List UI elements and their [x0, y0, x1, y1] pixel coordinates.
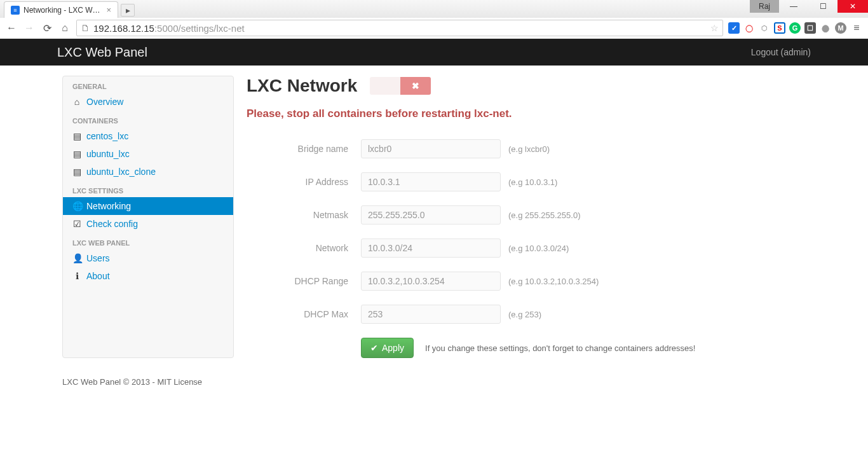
sidebar-item-check-config[interactable]: ☑ Check config — [63, 215, 233, 233]
maximize-icon[interactable]: ☐ — [808, 0, 837, 13]
page-header: LXC Network ✖ — [247, 76, 806, 96]
star-icon[interactable]: ☆ — [710, 23, 719, 33]
home-icon[interactable]: ⌂ — [58, 22, 71, 34]
ext-icon[interactable]: M — [835, 22, 846, 34]
logout-link[interactable]: Logout (admin) — [751, 47, 811, 57]
alert-blank — [370, 77, 400, 95]
nav-header-settings: LXC Settings — [63, 181, 233, 197]
sidebar-item-label: Overview — [86, 97, 123, 107]
ip-label: IP Address — [247, 177, 361, 187]
tab-close-icon[interactable]: × — [106, 6, 111, 14]
tab-strip: ≡ Networking - LXC Web Pa × ▸ Raj — ☐ ✕ — [0, 0, 868, 18]
ext-icon[interactable]: S — [774, 22, 785, 34]
reload-icon[interactable]: ⟳ — [41, 22, 53, 34]
sidebar-item-label: ubuntu_lxc_clone — [86, 167, 156, 177]
dhcp-range-hint: (e.g 10.0.3.2,10.0.3.254) — [508, 277, 599, 286]
netmask-label: Netmask — [247, 210, 361, 220]
ext-icon[interactable]: ✓ — [728, 22, 740, 34]
network-input[interactable] — [361, 238, 501, 258]
check-icon: ☑ — [72, 219, 81, 229]
sidebar-item-label: Users — [86, 253, 110, 263]
nav-header-containers: Containers — [63, 111, 233, 127]
hdd-icon: ▤ — [72, 149, 81, 159]
user-badge[interactable]: Raj — [750, 0, 779, 13]
url-port: :5000 — [154, 23, 179, 34]
ext-icon[interactable]: ◯ — [743, 22, 755, 34]
sidebar-item-centos[interactable]: ▤ centos_lxc — [63, 127, 233, 145]
network-hint: (e.g 10.0.3.0/24) — [508, 244, 569, 253]
new-tab-button[interactable]: ▸ — [121, 4, 135, 17]
minimize-icon[interactable]: — — [779, 0, 808, 13]
ip-input[interactable] — [361, 172, 501, 191]
page-icon: 🗋 — [81, 23, 90, 33]
nav-header-general: General — [63, 76, 233, 93]
dhcp-range-label: DHCP Range — [247, 276, 361, 286]
main-container: General ⌂ Overview Containers ▤ centos_l… — [62, 66, 806, 358]
network-form: Bridge name (e.g lxcbr0) IP Address (e.g… — [247, 139, 806, 358]
user-icon: 👤 — [72, 253, 81, 263]
hdd-icon: ▤ — [72, 131, 81, 141]
apply-label: Apply — [382, 343, 404, 353]
netmask-input[interactable] — [361, 205, 501, 225]
page-title: LXC Network — [247, 76, 357, 96]
info-icon: ℹ — [72, 271, 81, 281]
network-label: Network — [247, 243, 361, 253]
dhcp-range-input[interactable] — [361, 272, 501, 291]
menu-icon[interactable]: ≡ — [850, 22, 863, 34]
dhcp-max-hint: (e.g 253) — [508, 310, 541, 319]
footer-text: LXC Web Panel © 2013 - MIT License — [62, 377, 202, 387]
sidebar-item-users[interactable]: 👤 Users — [63, 249, 233, 267]
ip-hint: (e.g 10.0.3.1) — [508, 177, 557, 187]
window-controls: Raj — ☐ ✕ — [750, 0, 868, 13]
warning-text: Please, stop all containers before resta… — [247, 107, 806, 120]
sidebar-item-overview[interactable]: ⌂ Overview — [63, 93, 233, 111]
netmask-hint: (e.g 255.255.255.0) — [508, 211, 580, 220]
extension-icons: ✓ ◯ ⬡ S G ☐ ⬤ M ≡ — [728, 22, 863, 34]
home-icon: ⌂ — [72, 97, 81, 107]
dhcp-max-label: DHCP Max — [247, 309, 361, 319]
back-icon[interactable]: ← — [5, 22, 18, 34]
ext-icon[interactable]: G — [789, 22, 801, 34]
apply-button[interactable]: ✔ Apply — [361, 338, 414, 358]
main-content: LXC Network ✖ Please, stop all container… — [247, 76, 806, 358]
sidebar-item-label: Check config — [86, 219, 138, 229]
sidebar-item-label: Networking — [86, 201, 131, 211]
browser-tab[interactable]: ≡ Networking - LXC Web Pa × — [4, 1, 118, 18]
favicon-icon: ≡ — [11, 6, 20, 15]
apply-note: If you change these settings, don't forg… — [425, 343, 695, 353]
dhcp-max-input[interactable] — [361, 305, 501, 324]
globe-icon: 🌐 — [72, 201, 81, 211]
sidebar-item-ubuntu-clone[interactable]: ▤ ubuntu_lxc_clone — [63, 163, 233, 181]
url-path: /settings/lxc-net — [178, 23, 244, 34]
nav-header-panel: LXC Web Panel — [63, 233, 233, 249]
url-host: 192.168.12.15 — [93, 23, 154, 34]
url-bar[interactable]: 🗋 192.168.12.15:5000/settings/lxc-net ☆ — [76, 20, 723, 36]
sidebar-item-label: About — [86, 271, 110, 281]
sidebar-item-label: centos_lxc — [86, 131, 128, 141]
alert-box: ✖ — [370, 77, 431, 95]
sidebar-item-about[interactable]: ℹ About — [63, 267, 233, 285]
url-text: 192.168.12.15:5000/settings/lxc-net — [93, 23, 707, 34]
bridge-input[interactable] — [361, 139, 501, 158]
browser-chrome: ≡ Networking - LXC Web Pa × ▸ Raj — ☐ ✕ … — [0, 0, 868, 39]
footer: LXC Web Panel © 2013 - MIT License — [62, 377, 806, 387]
ext-icon[interactable]: ⬡ — [759, 22, 770, 34]
sidebar: General ⌂ Overview Containers ▤ centos_l… — [62, 76, 234, 358]
bridge-label: Bridge name — [247, 144, 361, 154]
tab-title: Networking - LXC Web Pa — [24, 6, 102, 15]
bridge-hint: (e.g lxcbr0) — [508, 144, 550, 154]
ext-icon[interactable]: ⬤ — [820, 22, 831, 34]
app-navbar: LXC Web Panel Logout (admin) — [0, 39, 868, 66]
hdd-icon: ▤ — [72, 167, 81, 177]
check-icon: ✔ — [370, 343, 378, 353]
ext-icon[interactable]: ☐ — [804, 22, 816, 34]
brand[interactable]: LXC Web Panel — [57, 45, 147, 60]
sidebar-item-label: ubuntu_lxc — [86, 149, 130, 159]
sidebar-item-ubuntu[interactable]: ▤ ubuntu_lxc — [63, 145, 233, 163]
window-close-icon[interactable]: ✕ — [837, 0, 868, 13]
browser-toolbar: ← → ⟳ ⌂ 🗋 192.168.12.15:5000/settings/lx… — [0, 18, 868, 38]
sidebar-item-networking[interactable]: 🌐 Networking — [63, 197, 233, 215]
alert-close-button[interactable]: ✖ — [400, 77, 431, 95]
forward-icon[interactable]: → — [23, 22, 36, 34]
